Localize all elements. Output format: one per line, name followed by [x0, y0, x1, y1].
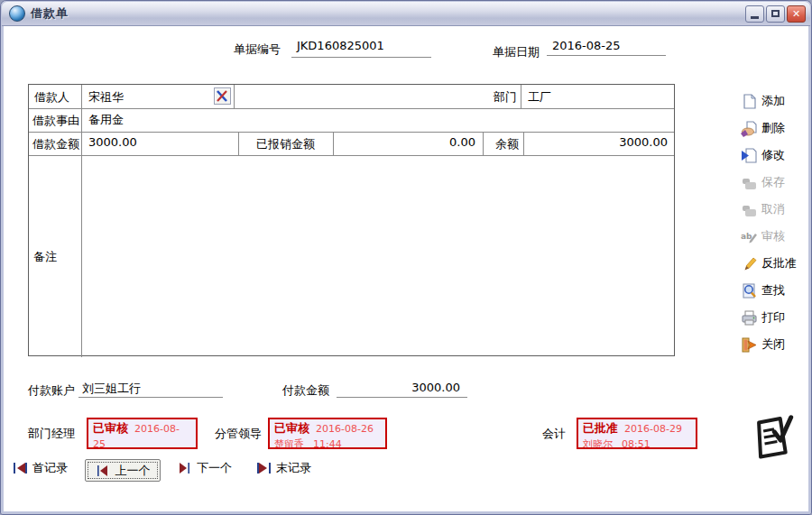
loan-amount-value[interactable]: 3000.00 [88, 135, 137, 149]
payment-amount-label: 付款金额 [282, 382, 329, 399]
minimize-button[interactable] [745, 5, 764, 23]
first-record-icon [14, 463, 27, 474]
borrower-label: 借款人 [34, 89, 69, 106]
audit-button: ab 审核 [741, 223, 809, 250]
print-button[interactable]: 打印 [741, 304, 809, 331]
payment-account-label: 付款账户 [28, 382, 75, 399]
reimbursed-label: 已报销金额 [238, 136, 333, 152]
unapprove-button[interactable]: 反批准 [741, 250, 809, 277]
payment-account-input[interactable]: 刘三姐工行 [78, 378, 223, 398]
dept-manager-role-label: 部门经理 [28, 426, 75, 442]
reason-label: 借款事由 [32, 113, 79, 129]
loan-form-window: 借款单 ✕ 单据编号 JKD160825001 单据日期 2016-08-25 … [0, 0, 812, 515]
search-magnifier-icon [741, 282, 758, 299]
close-icon: ✕ [792, 8, 800, 20]
reimbursed-value[interactable]: 0.00 [333, 135, 475, 149]
approved-document-icon [750, 414, 797, 463]
supervisor-stamp: 已审核2016-08-26 楚留香11:44 [268, 418, 387, 449]
title-bar[interactable]: 借款单 ✕ [2, 2, 810, 26]
next-record-icon [178, 463, 191, 474]
next-record-button[interactable]: 下一个 [178, 460, 232, 476]
doc-date-input[interactable]: 2016-08-25 [547, 37, 666, 56]
department-value[interactable]: 工厂 [528, 89, 551, 106]
loan-amount-label: 借款金额 [32, 136, 79, 152]
modify-button[interactable]: 修改 [741, 142, 809, 169]
svg-text:ab: ab [741, 232, 752, 241]
borrower-value[interactable]: 宋祖华 [88, 89, 124, 106]
add-button[interactable]: 添加 [741, 87, 809, 115]
doc-no-label: 单据编号 [234, 41, 281, 58]
window-title: 借款单 [31, 5, 69, 22]
save-button: 保存 [741, 169, 809, 196]
delete-button[interactable]: 删除 [741, 115, 809, 142]
balance-value[interactable]: 3000.00 [523, 135, 668, 149]
delete-hand-icon [741, 120, 758, 137]
doc-date-label: 单据日期 [493, 44, 540, 60]
app-globe-icon [9, 5, 25, 22]
maximize-button[interactable] [766, 5, 785, 23]
add-page-icon [741, 93, 758, 110]
remarks-label: 备注 [33, 249, 57, 265]
exit-door-icon [741, 336, 758, 354]
save-icon [741, 174, 758, 191]
borrower-lookup-button[interactable] [214, 87, 231, 105]
previous-record-icon [96, 465, 109, 476]
last-record-button[interactable]: 末记录 [257, 460, 311, 476]
accountant-role-label: 会计 [542, 426, 566, 442]
close-form-button[interactable]: 关闭 [741, 331, 809, 358]
supervisor-role-label: 分管领导 [215, 426, 262, 442]
action-toolbar: 添加 删除 修改 保存 [741, 87, 809, 358]
last-record-icon [257, 463, 271, 474]
department-label: 部门 [483, 89, 517, 106]
doc-no-input[interactable]: JKD160825001 [291, 37, 431, 58]
audit-pen-icon: ab [741, 228, 758, 245]
remarks-value[interactable] [88, 162, 670, 352]
cancel-icon [741, 201, 758, 218]
balance-label: 余额 [483, 136, 519, 152]
cancel-button: 取消 [741, 196, 809, 223]
printer-icon [741, 309, 758, 326]
close-button[interactable]: ✕ [787, 5, 806, 23]
pencil-icon [741, 255, 758, 272]
accountant-stamp: 已批准2016-08-29 刘晓尔08:51 [577, 418, 697, 449]
loan-detail-table: 借款人 宋祖华 部门 工厂 借款事由 备用金 借款金额 3000.00 已报销金… [28, 84, 675, 356]
previous-record-button[interactable]: 上一个 [85, 459, 161, 482]
maximize-icon [771, 10, 780, 17]
payment-amount-input[interactable]: 3000.00 [337, 378, 467, 398]
reason-value[interactable]: 备用金 [88, 112, 124, 128]
first-record-button[interactable]: 首记录 [14, 460, 68, 476]
modify-arrow-icon [741, 147, 758, 164]
dept-manager-stamp: 已审核2016-08-25 王晓林10:35 [87, 418, 198, 449]
find-button[interactable]: 查找 [741, 277, 809, 304]
minimize-icon [751, 16, 759, 19]
crossed-tools-icon [216, 89, 229, 103]
